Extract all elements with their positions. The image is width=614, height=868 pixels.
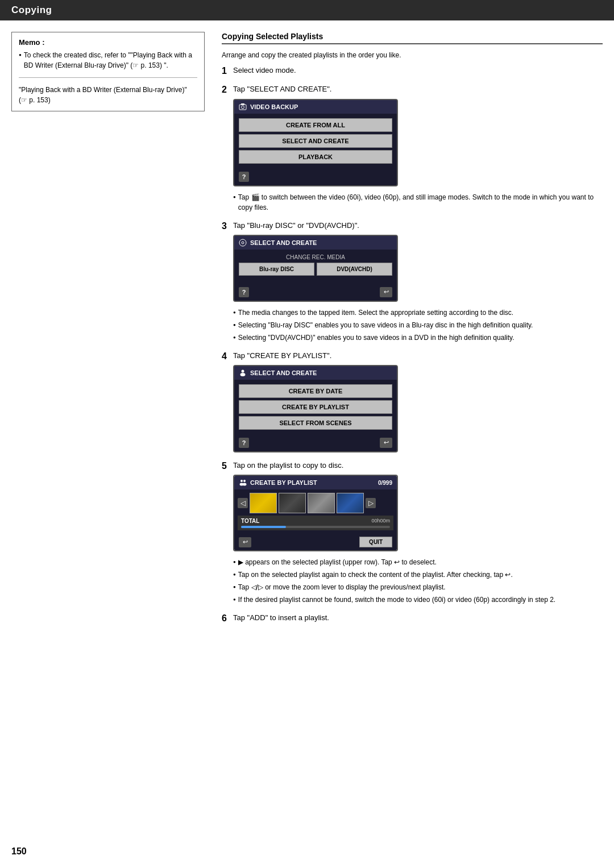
step-3-header: 3 Tap "Blu-ray DISC" or "DVD(AVCHD)".: [222, 221, 603, 231]
step-3-note-2-text: Selecting "Blu-ray DISC" enables you to …: [238, 320, 533, 330]
playlist-title-bar: CREATE BY PLAYLIST 0/999: [234, 476, 397, 489]
playlist-title-left: CREATE BY PLAYLIST: [239, 479, 317, 487]
step-2-notes: Tap 🎬 to switch between the video (60i),…: [233, 192, 603, 213]
select-from-scenes-btn[interactable]: SELECT FROM SCENES: [239, 416, 392, 430]
camera-icon: [239, 103, 247, 111]
total-labels: TOTAL 00h00m: [241, 518, 390, 524]
person-icon: [239, 369, 247, 377]
memo-bullet-text: To check the created disc, refer to ""Pl…: [24, 50, 197, 70]
step-2-header: 2 Tap "SELECT AND CREATE".: [222, 84, 603, 95]
step-1-header: 1 Select video mode.: [222, 65, 603, 76]
screen-3-title: SELECT AND CREATE: [250, 369, 317, 376]
playlist-back-icon[interactable]: ↩: [239, 537, 251, 547]
quit-btn[interactable]: QUIT: [359, 537, 392, 547]
help-icon-3[interactable]: ?: [239, 438, 249, 448]
memo-bullet-1: To check the created disc, refer to ""Pl…: [19, 50, 197, 70]
create-by-playlist-btn[interactable]: CREATE BY PLAYLIST: [239, 400, 392, 414]
screen-1-title-bar: VIDEO BACKUP: [234, 100, 397, 114]
bluray-disc-btn[interactable]: Blu-ray DISC: [239, 263, 314, 276]
select-and-create-btn-1[interactable]: SELECT AND CREATE: [239, 134, 392, 148]
playlist-footer: ↩ QUIT: [234, 534, 397, 550]
playlist-screen-title: CREATE BY PLAYLIST: [250, 479, 317, 486]
step-3-notes: The media changes to the tapped item. Se…: [233, 308, 603, 343]
create-by-date-btn[interactable]: CREATE BY DATE: [239, 384, 392, 398]
screen-1-title: VIDEO BACKUP: [250, 103, 298, 110]
back-icon-3[interactable]: ↩: [380, 438, 392, 448]
step-1-text: Select video mode.: [233, 65, 296, 76]
step-3-note-3-text: Selecting "DVD(AVCHD)" enables you to sa…: [238, 333, 515, 343]
create-from-all-btn[interactable]: CREATE FROM ALL: [239, 118, 392, 132]
memo-link: "Playing Back with a BD Writer (External…: [19, 85, 197, 105]
step-6: 6 Tap "ADD" to insert a playlist.: [222, 613, 603, 624]
svg-point-4: [242, 242, 244, 244]
svg-point-5: [242, 369, 244, 372]
svg-point-1: [242, 106, 244, 109]
step-6-header: 6 Tap "ADD" to insert a playlist.: [222, 613, 603, 624]
step-5-num: 5: [222, 460, 231, 471]
dvd-avchd-btn[interactable]: DVD(AVCHD): [317, 263, 392, 276]
step-2-num: 2: [222, 84, 231, 95]
playlist-person-icon: [239, 479, 247, 487]
memo-box: Memo : To check the created disc, refer …: [11, 32, 205, 111]
memo-title: Memo :: [19, 38, 197, 47]
page-header: Copying: [0, 0, 614, 20]
thumbnail-1[interactable]: [250, 493, 277, 513]
page-container: Copying Memo : To check the created disc…: [0, 0, 614, 868]
step-3-num: 3: [222, 221, 231, 231]
step-3-note-2: Selecting "Blu-ray DISC" enables you to …: [233, 320, 603, 330]
step-5-note-2-text: Tap on the selected playlist again to ch…: [238, 570, 513, 580]
step-2-note-1-text: Tap 🎬 to switch between the video (60i),…: [238, 192, 603, 213]
playlist-body: ◁ ▷ TOTAL 00h00m: [234, 489, 397, 534]
media-buttons-row: Blu-ray DISC DVD(AVCHD): [239, 263, 392, 276]
disc-icon: [239, 239, 247, 247]
step-3-note-1-text: The media changes to the tapped item. Se…: [238, 308, 513, 318]
screen-2-footer: ? ↩: [234, 284, 397, 301]
help-icon-1[interactable]: ?: [239, 172, 249, 182]
step-5-note-1-text: ▶ appears on the selected playlist (uppe…: [238, 557, 437, 567]
main-content: Memo : To check the created disc, refer …: [0, 20, 614, 643]
thumbnail-3[interactable]: [308, 493, 335, 513]
screen-2-body: CHANGE REC. MEDIA Blu-ray DISC DVD(AVCHD…: [234, 250, 397, 284]
step-3-note-3: Selecting "DVD(AVCHD)" enables you to sa…: [233, 333, 603, 343]
step-2-text: Tap "SELECT AND CREATE".: [233, 84, 331, 94]
svg-rect-0: [239, 105, 246, 110]
screen-video-backup: VIDEO BACKUP CREATE FROM ALL SELECT AND …: [233, 99, 398, 186]
screen-select-create-media: SELECT AND CREATE CHANGE REC. MEDIA Blu-…: [233, 235, 398, 302]
thumbnail-2[interactable]: [279, 493, 306, 513]
playlist-counter: 0/999: [378, 480, 392, 486]
svg-point-10: [243, 483, 247, 486]
step-5-note-3-text: Tap ◁/▷ or move the zoom lever to displa…: [238, 582, 446, 592]
screen-1-body: CREATE FROM ALL SELECT AND CREATE PLAYBA…: [234, 114, 397, 168]
memo-divider: [19, 77, 197, 78]
step-6-text: Tap "ADD" to insert a playlist.: [233, 613, 329, 623]
svg-point-3: [239, 239, 246, 246]
step-4-num: 4: [222, 351, 231, 362]
page-title: Copying: [11, 5, 52, 15]
step-3: 3 Tap "Blu-ray DISC" or "DVD(AVCHD)". SE…: [222, 221, 603, 343]
total-time: 00h00m: [371, 518, 390, 524]
screen-1-footer: ?: [234, 168, 397, 185]
step-5-header: 5 Tap on the playlist to copy to disc.: [222, 460, 603, 471]
thumbnail-4[interactable]: [337, 493, 364, 513]
step-5-note-4: If the desired playlist cannot be found,…: [233, 595, 603, 605]
screen-2-title-bar: SELECT AND CREATE: [234, 236, 397, 250]
playback-btn[interactable]: PLAYBACK: [239, 150, 392, 164]
next-arrow[interactable]: ▷: [366, 498, 376, 508]
back-icon-2[interactable]: ↩: [380, 287, 392, 297]
section-intro: Arrange and copy the created playlists i…: [222, 50, 603, 61]
step-5-notes: ▶ appears on the selected playlist (uppe…: [233, 557, 603, 605]
help-icon-2[interactable]: ?: [239, 287, 249, 297]
screen-create-by-playlist: CREATE BY PLAYLIST 0/999 ◁ ▷: [233, 475, 398, 551]
screen-3-body: CREATE BY DATE CREATE BY PLAYLIST SELECT…: [234, 380, 397, 434]
playlist-thumbnails: ◁ ▷: [238, 493, 393, 513]
step-6-num: 6: [222, 613, 231, 624]
step-3-text: Tap "Blu-ray DISC" or "DVD(AVCHD)".: [233, 221, 359, 231]
step-5: 5 Tap on the playlist to copy to disc.: [222, 460, 603, 605]
step-5-text: Tap on the playlist to copy to disc.: [233, 460, 343, 471]
prev-arrow[interactable]: ◁: [238, 498, 248, 508]
step-3-note-1: The media changes to the tapped item. Se…: [233, 308, 603, 318]
total-bar: TOTAL 00h00m: [238, 516, 393, 530]
change-rec-media-label: CHANGE REC. MEDIA: [239, 254, 392, 260]
page-number: 150: [11, 846, 27, 857]
screen-2-title: SELECT AND CREATE: [250, 239, 317, 246]
